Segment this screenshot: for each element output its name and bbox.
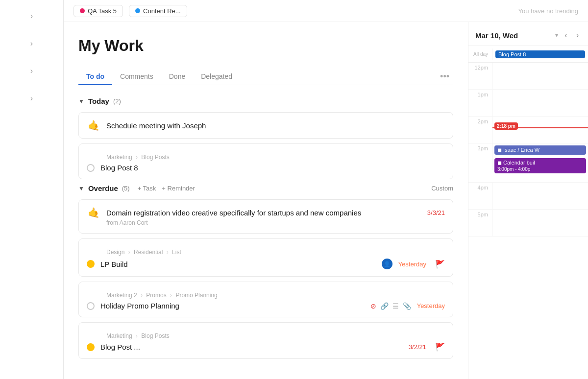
cal-slot-12pm [492,63,588,89]
task-date-blog-bottom: 3/2/21 [409,343,426,351]
dot-pink [80,8,85,13]
cal-slot-4pm [492,183,588,209]
calendar-time-area: All day Blog Post 8 12pm 1pm [468,46,588,379]
today-title: Today [88,97,109,105]
tab-done[interactable]: Done [161,69,193,85]
calendar-header: Mar 10, Wed ▾ ‹ › [468,22,588,46]
task-name-blog-bottom: Blog Post ... [100,343,403,351]
task-name-promo: Holiday Promo Planning [100,302,361,310]
task-date-promo: Yesterday [417,302,445,309]
promo-task-icons: ⊘ 🔗 ☰ 📎 [370,302,411,310]
cal-slot-5pm [492,210,588,236]
cal-time-4pm: 4pm [468,183,492,192]
task-checkbox-lp[interactable] [87,260,95,268]
today-chevron-icon: ▼ [78,98,84,105]
task-assignee-lp: 👤 [382,259,392,269]
sidebar-chevron-4[interactable]: › [0,92,63,105]
tabs-more-button[interactable]: ••• [436,70,453,84]
task-icon-hand: 🤙 [87,119,100,131]
task-item-lp-build: Design › Residential › List LP Build 👤 Y… [78,238,453,277]
task-chip-1[interactable]: QA Task 5 [74,5,123,17]
cal-prev-button[interactable]: ‹ [562,30,569,41]
cal-time-2pm: 2pm [468,117,492,126]
task-name-schedule-meeting: Schedule meeting with Joseph [106,121,445,130]
tab-todo[interactable]: To do [78,69,112,85]
cal-row-1pm: 1pm [468,90,588,117]
task-item-schedule-meeting: 🤙 Schedule meeting with Joseph [78,112,453,139]
overdue-section-header[interactable]: ▼ Overdue (5) + Task + Reminder Custom [78,184,453,192]
tabs-bar: To do Comments Done Delegated ••• [78,69,453,85]
sidebar-chevron-3[interactable]: › [0,65,63,77]
task-flag-blog-bottom: 🚩 [435,342,445,352]
link-icon[interactable]: 🔗 [380,302,389,310]
sidebar-chevron-1[interactable]: › [0,10,63,23]
add-task-button[interactable]: + Task [138,185,156,192]
cal-row-2pm: 2pm 2:18 pm [468,117,588,143]
cal-time-3pm: 3pm [468,143,492,153]
sidebar-chevron-2[interactable]: › [0,37,63,50]
task-checkbox-promo[interactable] [87,302,95,310]
my-work-panel: My Work To do Comments Done Delegated ••… [64,22,468,379]
cal-slot-2pm: 2:18 pm [492,117,588,143]
list-icon[interactable]: ☰ [392,302,399,310]
cal-time-5pm: 5pm [468,210,492,219]
overdue-count: (5) [122,185,130,192]
cal-time-12pm: 12pm [468,63,492,72]
task-item-domain-reg: 🤙 Domain registration video creative spe… [78,199,453,234]
cal-all-day-label: All day [468,51,492,57]
task-from-domain-reg: from Aaron Cort [106,219,445,226]
cal-event-calendar-build[interactable]: ◼ Calendar buil3:00pm - 4:00p [494,158,586,173]
task-checkbox-blog-bottom[interactable] [87,343,95,351]
task-breadcrumb-blog8: Marketing › Blog Posts [106,154,445,161]
cal-now-bubble: 2:18 pm [494,122,518,130]
today-section-header[interactable]: ▼ Today (2) [78,97,453,105]
cal-dropdown-icon[interactable]: ▾ [555,32,558,39]
cal-all-day-row: All day Blog Post 8 [468,46,588,63]
tab-comments[interactable]: Comments [112,69,161,85]
cal-row-4pm: 4pm [468,183,588,210]
tab-delegated[interactable]: Delegated [193,69,240,85]
overdue-actions: + Task + Reminder [138,185,195,192]
task-date-lp: Yesterday [398,261,426,268]
sidebar: › › › › [0,0,64,379]
main-content: QA Task 5 Content Re... You have no tren… [64,0,588,379]
task-flag-lp: 🚩 [435,260,445,269]
task-breadcrumb-promo: Marketing 2 › Promos › Promo Planning [106,292,445,299]
cal-event-isaac[interactable]: ◼ Isaac / Erica W [494,145,586,155]
cal-row-12pm: 12pm [468,63,588,90]
cal-slot-3pm: ◼ Isaac / Erica W ◼ Calendar buil3:00pm … [492,143,588,170]
task-name-domain-reg: Domain registration video creative speci… [106,209,421,217]
task-item-holiday-promo: Marketing 2 › Promos › Promo Planning Ho… [78,282,453,317]
task-chip-2-label: Content Re... [143,7,181,15]
cal-date-label: Mar 10, Wed [475,31,551,40]
cal-slot-1pm [492,90,588,116]
top-strip: QA Task 5 Content Re... You have no tren… [64,0,588,22]
cal-next-button[interactable]: › [574,30,581,41]
task-chip-1-label: QA Task 5 [88,7,117,15]
dot-blue [135,8,140,13]
custom-button[interactable]: Custom [431,185,453,192]
stop-icon[interactable]: ⊘ [370,302,376,310]
task-name-lp: LP Build [100,260,373,268]
cal-all-day-slot: Blog Post 8 [492,48,588,60]
cal-time-1pm: 1pm [468,90,492,99]
task-icon-hand2: 🤙 [87,207,100,218]
attach-icon[interactable]: 📎 [403,302,411,310]
my-work-area: My Work To do Comments Done Delegated ••… [64,22,588,379]
task-name-blog8: Blog Post 8 [100,164,445,172]
overdue-chevron-icon: ▼ [78,185,84,192]
cal-all-day-event[interactable]: Blog Post 8 [495,50,585,58]
task-date-domain-reg: 3/3/21 [427,209,445,216]
overdue-title: Overdue [88,184,118,192]
cal-row-5pm: 5pm [468,210,588,237]
task-breadcrumb-blog-bottom: Marketing › Blog Posts [106,332,445,339]
cal-row-3pm: 3pm ◼ Isaac / Erica W ◼ Calendar buil3:0… [468,143,588,183]
trending-text: You have no trending [518,7,578,15]
calendar-panel: Mar 10, Wed ▾ ‹ › All day Blog Post 8 [468,22,588,379]
task-item-blog-post-bottom: Marketing › Blog Posts Blog Post ... 3/2… [78,322,453,359]
task-breadcrumb-lp: Design › Residential › List [106,249,445,256]
task-chip-2[interactable]: Content Re... [129,5,187,17]
add-reminder-button[interactable]: + Reminder [162,185,195,192]
task-item-blog-post-8: Marketing › Blog Posts Blog Post 8 [78,143,453,179]
task-checkbox-blog8[interactable] [87,164,95,172]
